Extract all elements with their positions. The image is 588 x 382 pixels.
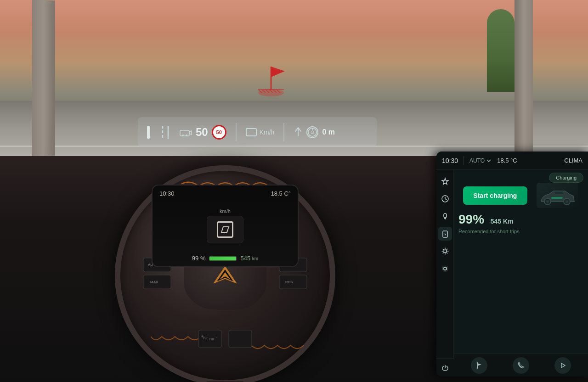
battery-percentage-section: 99% 545 Km bbox=[454, 208, 588, 228]
cupra-logo bbox=[211, 264, 239, 287]
hud-speed-value: 50 bbox=[196, 126, 208, 139]
bottom-phone-icon[interactable] bbox=[513, 357, 529, 374]
car-thumbnail bbox=[537, 183, 578, 208]
cluster-battery-percent: 99 % bbox=[192, 255, 206, 262]
infotainment-bottom-actions bbox=[454, 354, 588, 376]
cluster-battery: 99 % 545 km bbox=[192, 255, 258, 262]
battery-range: 545 Km bbox=[491, 218, 514, 225]
cluster-range: 545 km bbox=[240, 255, 258, 262]
hud-compass-icon bbox=[306, 126, 318, 138]
svg-rect-26 bbox=[229, 330, 252, 348]
speed-icon bbox=[217, 221, 233, 238]
exterior-scene: 50 50 Km/h 0 m bbox=[0, 0, 588, 156]
cluster-speed-unit: km/h bbox=[220, 208, 231, 214]
svg-point-13 bbox=[186, 135, 187, 136]
svg-text:-: - bbox=[216, 335, 217, 339]
svg-text:+: + bbox=[201, 334, 204, 339]
charging-tab-button[interactable]: Charging bbox=[549, 173, 583, 183]
infotainment-main: Charging Start charging bbox=[454, 170, 588, 358]
steering-wheel: AUTO MAX SET RES OK bbox=[115, 165, 335, 382]
hud-nav-section: 0 m bbox=[294, 126, 335, 139]
svg-point-39 bbox=[546, 200, 549, 203]
infotainment-sidenav bbox=[436, 170, 454, 358]
cluster-speedometer: km/h bbox=[207, 208, 243, 243]
hud-divider bbox=[236, 123, 237, 141]
svg-point-37 bbox=[444, 267, 447, 270]
svg-text:RES: RES bbox=[285, 280, 293, 284]
nav-icon-star[interactable] bbox=[438, 174, 452, 188]
info-clima-label: CLIMA bbox=[564, 157, 582, 164]
sw-bottom-controls: OK + OK - bbox=[198, 328, 253, 353]
hud-road-icon bbox=[147, 126, 170, 139]
info-auto-label: AUTO bbox=[469, 157, 492, 164]
instrument-cluster: 10:30 18.5 C° km/h 99 bbox=[152, 185, 299, 267]
hud-overlay: 50 50 Km/h 0 m bbox=[138, 117, 377, 147]
pillar-right bbox=[514, 0, 533, 156]
svg-text:OK: OK bbox=[209, 337, 215, 341]
bottom-flag-icon[interactable] bbox=[471, 357, 487, 374]
cluster-speed-display bbox=[207, 216, 243, 243]
nav-icon-charging[interactable] bbox=[438, 227, 452, 241]
svg-rect-11 bbox=[180, 130, 189, 136]
info-time: 10:30 bbox=[442, 157, 458, 164]
hud-distance: 0 m bbox=[322, 128, 335, 136]
recommended-text: Recomended for short trips bbox=[454, 228, 588, 237]
header-divider-1 bbox=[464, 156, 464, 165]
background-tree bbox=[487, 9, 514, 92]
hud-speed-limit: 50 bbox=[212, 125, 226, 140]
cluster-battery-fill bbox=[209, 257, 236, 260]
steering-wheel-area: AUTO MAX SET RES OK bbox=[69, 165, 381, 382]
svg-point-12 bbox=[182, 135, 184, 136]
svg-rect-42 bbox=[551, 197, 563, 199]
hud-unit: Km/h bbox=[260, 129, 275, 136]
infotainment-header: 10:30 AUTO 18.5 °C CLIMA bbox=[436, 152, 588, 170]
hud-divider-2 bbox=[283, 123, 284, 141]
svg-point-36 bbox=[444, 250, 447, 253]
cluster-header: 10:30 18.5 C° bbox=[159, 190, 291, 197]
hud-speedometer-icon bbox=[246, 128, 257, 136]
battery-pct-value: 99% 545 Km bbox=[458, 212, 514, 226]
nav-icon-settings[interactable] bbox=[438, 244, 452, 258]
bottom-play-icon[interactable] bbox=[554, 357, 571, 374]
cluster-time: 10:30 bbox=[159, 190, 175, 197]
pillar-left bbox=[32, 0, 55, 156]
nav-icon-menu[interactable] bbox=[438, 262, 452, 275]
dashboard: AUTO MAX SET RES OK bbox=[0, 156, 588, 382]
infotainment-power-button[interactable] bbox=[436, 358, 454, 376]
svg-point-41 bbox=[565, 200, 568, 203]
hud-speed-section: 50 50 bbox=[179, 125, 226, 140]
infotainment-screen: 10:30 AUTO 18.5 °C CLIMA bbox=[436, 152, 588, 376]
hud-flag bbox=[248, 60, 294, 98]
cluster-battery-bar bbox=[209, 256, 237, 261]
svg-rect-32 bbox=[444, 213, 447, 218]
charging-tab: Charging bbox=[454, 170, 588, 183]
start-charging-button[interactable]: Start charging bbox=[463, 186, 527, 205]
nav-icon-key[interactable] bbox=[438, 209, 452, 223]
svg-point-15 bbox=[311, 131, 314, 134]
info-temperature: 18.5 °C bbox=[497, 157, 517, 164]
charging-content-row: Start charging bbox=[454, 183, 588, 208]
svg-text:MAX: MAX bbox=[150, 280, 158, 284]
svg-rect-23 bbox=[279, 275, 307, 289]
nav-icon-clock[interactable] bbox=[438, 192, 452, 206]
cluster-temp: 18.5 C° bbox=[271, 190, 291, 197]
hud-kmh-section: Km/h bbox=[246, 128, 275, 136]
svg-marker-44 bbox=[561, 363, 565, 368]
